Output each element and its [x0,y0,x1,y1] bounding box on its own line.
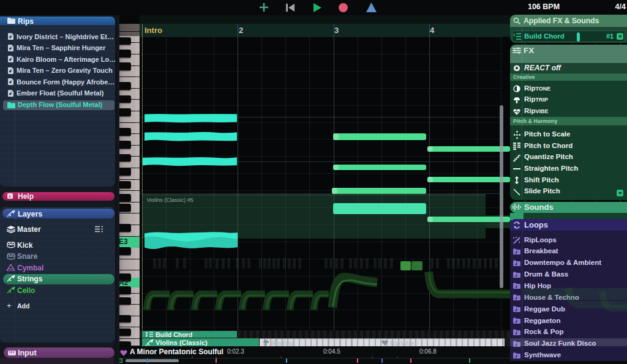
svg-text:1: 1 [513,33,516,37]
